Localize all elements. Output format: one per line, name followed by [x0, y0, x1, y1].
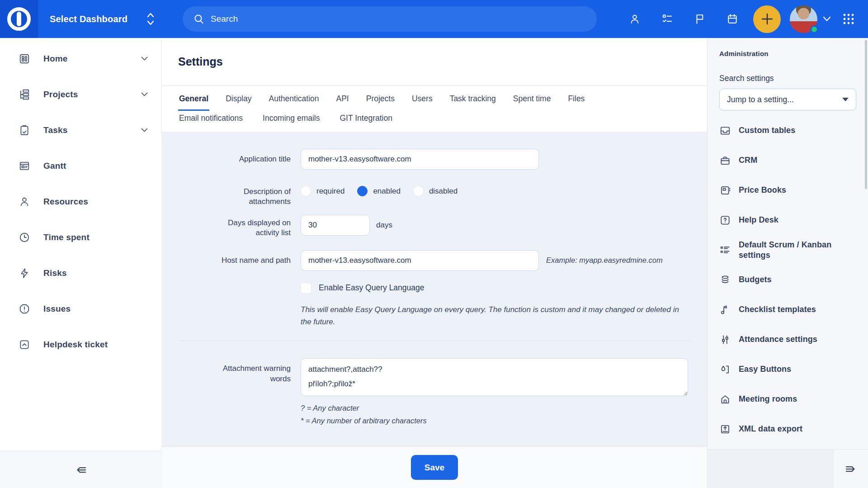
description-of-attachments-row: Description of attachments required enab…: [178, 181, 691, 207]
days-displayed-input[interactable]: 30: [301, 215, 370, 236]
tab-spent-time[interactable]: Spent time: [512, 86, 552, 111]
page-title: Settings: [178, 55, 223, 68]
select-caret-icon: [842, 98, 849, 101]
radio-enabled[interactable]: enabled: [357, 186, 401, 196]
apps-grid-button[interactable]: [842, 12, 855, 26]
dashboard-selector[interactable]: Select Dashboard: [50, 12, 155, 26]
sidebar-item-resources[interactable]: Resources: [0, 184, 161, 219]
save-bar: Save: [162, 446, 707, 488]
create-new-button[interactable]: [753, 5, 781, 33]
save-button[interactable]: Save: [411, 455, 458, 480]
radio-required[interactable]: required: [301, 186, 344, 196]
lightning-icon: [18, 267, 31, 280]
checklist-template-icon: [719, 304, 731, 316]
admin-item-scrum-kanban[interactable]: Default Scrum / Kanban settings: [719, 235, 856, 265]
user-button[interactable]: [629, 13, 641, 25]
sidebar-item-time-spent[interactable]: Time spent: [0, 219, 161, 255]
tasks-clipboard-icon: [18, 124, 31, 137]
chevron-up-square-icon: [18, 338, 31, 351]
admin-item-crm[interactable]: CRM: [719, 146, 856, 175]
tab-email-notifications[interactable]: Email notifications: [178, 111, 244, 132]
house-icon: [719, 393, 731, 405]
arrow-collapse-left-icon: [74, 463, 88, 477]
host-name-row: Host name and path mother-v13.easysoftwa…: [178, 250, 691, 271]
sidebar-item-projects[interactable]: Projects: [0, 76, 161, 112]
checklist-button[interactable]: [661, 13, 673, 25]
tab-general[interactable]: General: [178, 86, 209, 111]
admin-item-xml-data-export[interactable]: XML data export: [719, 414, 856, 444]
sidebar-item-label: Issues: [43, 304, 71, 314]
sidebar-item-home[interactable]: Home: [0, 41, 161, 76]
tab-users[interactable]: Users: [411, 86, 434, 111]
sidebar-item-label: Projects: [43, 90, 78, 99]
description-of-attachments-label: Description of attachments: [178, 181, 291, 207]
application-title-input[interactable]: mother-v13.easysoftware.com: [301, 149, 539, 170]
sidebar-item-tasks[interactable]: Tasks: [0, 112, 161, 148]
tab-display[interactable]: Display: [225, 86, 252, 111]
clock-icon: [18, 231, 31, 244]
help-desk-icon: [719, 214, 731, 226]
admin-item-budgets[interactable]: Budgets: [719, 265, 856, 295]
page-scrollbar[interactable]: [865, 40, 867, 189]
tab-git-integration[interactable]: GIT Integration: [339, 111, 393, 132]
scrum-settings-icon: [719, 244, 731, 256]
tab-incoming-emails[interactable]: Incoming emails: [262, 111, 321, 132]
days-displayed-label: Days displayed on activity list: [178, 213, 291, 238]
admin-item-label: Help Desk: [739, 215, 778, 225]
admin-item-label: Price Books: [739, 185, 786, 195]
admin-item-custom-tables[interactable]: Custom tables: [719, 116, 856, 146]
sidebar-item-risks[interactable]: Risks: [0, 255, 161, 291]
sidebar-item-label: Time spent: [43, 232, 90, 242]
application-title-label: Application title: [178, 149, 291, 170]
sidebar-item-gantt[interactable]: Gantt: [0, 148, 161, 184]
collapse-sidebar-button[interactable]: [74, 463, 88, 477]
enable-eql-checkbox-row[interactable]: Enable Easy Query Language: [301, 283, 691, 294]
collapse-admin-panel-button[interactable]: [833, 450, 868, 488]
admin-item-meeting-rooms[interactable]: Meeting rooms: [719, 384, 856, 414]
tab-row-1: General Display Authentication API Proje…: [178, 86, 691, 111]
tab-files[interactable]: Files: [567, 86, 585, 111]
search-input[interactable]: Search: [183, 6, 597, 32]
sidebar-item-issues[interactable]: Issues: [0, 291, 161, 327]
sidebar-item-helpdesk-ticket[interactable]: Helpdesk ticket: [0, 327, 161, 362]
sidebar-item-label: Tasks: [43, 125, 67, 135]
admin-item-price-books[interactable]: Price Books: [719, 175, 856, 205]
tab-task-tracking[interactable]: Task tracking: [449, 86, 497, 111]
calendar-button[interactable]: [726, 13, 738, 25]
export-icon: [719, 423, 731, 435]
attachment-warning-input[interactable]: attachment?,attach?? příloh?;přilož*: [301, 358, 688, 396]
admin-item-label: Checklist templates: [739, 304, 816, 315]
user-menu-caret[interactable]: [823, 16, 831, 22]
settings-tabs: General Display Authentication API Proje…: [162, 86, 707, 132]
chevron-down-icon[interactable]: [141, 57, 148, 61]
admin-item-easy-buttons[interactable]: Easy Buttons: [719, 355, 856, 384]
checkbox-icon[interactable]: [301, 283, 311, 294]
admin-item-attendance-settings[interactable]: Attendance settings: [719, 325, 856, 355]
host-name-input[interactable]: mother-v13.easysoftware.com: [301, 250, 539, 271]
jump-to-setting-placeholder: Jump to a setting...: [727, 95, 794, 104]
search-icon: [193, 14, 204, 24]
admin-item-help-desk[interactable]: Help Desk: [719, 205, 856, 235]
projects-tree-icon: [18, 88, 31, 101]
host-name-example: Example: myapp.easyredmine.com: [546, 256, 663, 265]
radio-enabled-label: enabled: [373, 187, 401, 196]
tab-api[interactable]: API: [335, 86, 350, 111]
sliders-icon: [719, 334, 731, 346]
sidebar-item-label: Helpdesk ticket: [43, 340, 108, 350]
jump-to-setting-select[interactable]: Jump to a setting...: [719, 89, 856, 110]
left-sidebar: Home Projects: [0, 38, 162, 488]
app-logo[interactable]: [0, 0, 38, 38]
attachment-warning-row: Attachment warning words attachment?,att…: [178, 358, 691, 396]
chevron-down-icon[interactable]: [141, 128, 148, 132]
search-settings-label: Search settings: [719, 74, 856, 83]
radio-disabled-label: disabled: [429, 187, 458, 196]
radio-disabled[interactable]: disabled: [413, 186, 458, 196]
search-placeholder: Search: [211, 14, 238, 24]
tab-authentication[interactable]: Authentication: [268, 86, 320, 111]
tab-projects[interactable]: Projects: [365, 86, 396, 111]
flag-button[interactable]: [694, 13, 706, 25]
user-menu[interactable]: [790, 5, 817, 33]
admin-item-checklist-templates[interactable]: Checklist templates: [719, 295, 856, 325]
chevron-down-icon[interactable]: [141, 92, 148, 96]
eql-note: This will enable Easy Query Language on …: [301, 303, 685, 328]
